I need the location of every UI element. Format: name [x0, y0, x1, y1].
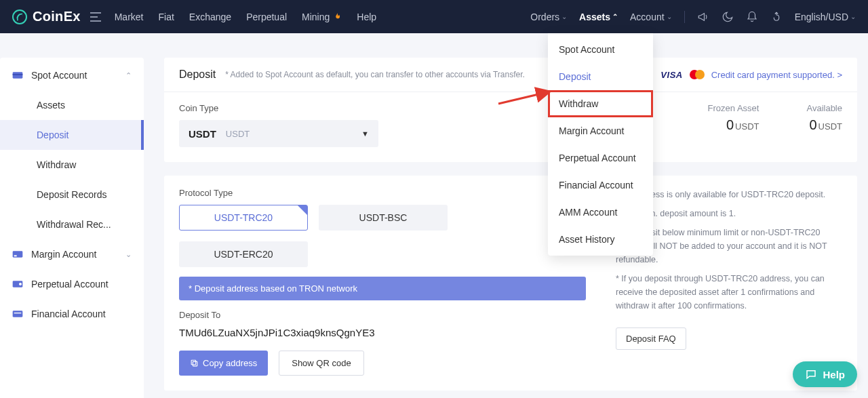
- brand-name: CoinEx: [33, 9, 81, 24]
- bell-icon[interactable]: [746, 11, 758, 23]
- nav-help[interactable]: Help: [357, 12, 376, 22]
- protocol-chip-bsc[interactable]: USDT-BSC: [319, 205, 448, 231]
- svg-rect-9: [191, 360, 196, 365]
- protocol-chip-trc20[interactable]: USDT-TRC20: [179, 205, 308, 231]
- copy-address-button[interactable]: Copy address: [179, 351, 268, 376]
- top-header: CoinEx Market Fiat Exchange Perpetual Mi…: [0, 0, 868, 33]
- svg-rect-7: [13, 311, 23, 317]
- nav-right: Orders⌄ Assets⌃ Account⌄ English/USD⌄: [530, 11, 856, 23]
- nav-assets[interactable]: Assets⌃: [579, 12, 618, 22]
- svg-rect-10: [193, 361, 197, 366]
- balance-summary: Frozen Asset 0USDT Available 0USDT: [708, 103, 842, 133]
- card-icon: [12, 71, 23, 79]
- divider: [684, 11, 685, 23]
- sidebar: Spot Account ⌃ Assets Deposit Withdraw D…: [0, 58, 144, 398]
- moon-icon[interactable]: [722, 11, 734, 23]
- assets-dropdown: Spot Account Deposit Withdraw Margin Acc…: [548, 33, 653, 256]
- info-line: * If you deposit through USDT-TRC20 addr…: [616, 272, 842, 313]
- dd-perpetual-account[interactable]: Perpetual Account: [548, 144, 653, 172]
- coin-selector[interactable]: USDT USDT ▼: [179, 120, 378, 147]
- deposit-header: Deposit * Added to Spot Account as defau…: [164, 58, 857, 92]
- sidebar-sub-withdrawal-records[interactable]: Withdrawal Rec...: [0, 210, 144, 239]
- fire-icon: [332, 12, 342, 22]
- payment-brands: VISA Credit card payment supported. >: [660, 70, 842, 80]
- chevron-down-icon: ▼: [361, 130, 369, 138]
- sidebar-margin-account[interactable]: Margin Account ⌄: [0, 239, 144, 269]
- svg-rect-2: [13, 74, 23, 75]
- protocol-row: USDT-TRC20 USDT-BSC USDT-ERC20: [179, 205, 586, 267]
- protocol-card: Protocol Type USDT-TRC20 USDT-BSC USDT-E…: [164, 176, 857, 391]
- dd-deposit[interactable]: Deposit: [548, 63, 653, 90]
- dd-financial-account[interactable]: Financial Account: [548, 172, 653, 199]
- nav-mining-label: Mining: [302, 12, 330, 22]
- chevron-down-icon: ⌄: [850, 13, 856, 20]
- menu-icon[interactable]: [90, 12, 101, 22]
- copy-icon: [190, 359, 199, 367]
- card-icon: [12, 280, 23, 288]
- sidebar-financial-account[interactable]: Financial Account: [0, 299, 144, 329]
- coin-section: Coin Type USDT USDT ▼ Frozen Asset 0USDT…: [164, 92, 857, 162]
- protocol-chip-erc20[interactable]: USDT-ERC20: [179, 241, 308, 267]
- card-icon: [12, 310, 23, 318]
- dd-asset-history[interactable]: Asset History: [548, 226, 653, 253]
- download-icon[interactable]: [770, 11, 783, 23]
- chevron-down-icon: ⌄: [667, 13, 672, 20]
- chevron-up-icon: ⌃: [612, 13, 618, 20]
- visa-logo: VISA: [660, 70, 682, 80]
- chevron-down-icon: ⌄: [125, 250, 132, 259]
- chat-icon: [805, 368, 817, 380]
- deposit-to-label: Deposit To: [179, 310, 586, 320]
- svg-rect-4: [14, 255, 17, 256]
- deposit-card: Deposit * Added to Spot Account as defau…: [164, 58, 857, 162]
- chevron-up-icon: ⌃: [125, 71, 132, 80]
- sidebar-sub-assets[interactable]: Assets: [0, 90, 144, 120]
- dd-margin-account[interactable]: Margin Account: [548, 117, 653, 144]
- deposit-address: TMUd6LZuaNX5jnJPi1C3xiaq9knsQgnYE3: [179, 327, 586, 338]
- sidebar-spot-account[interactable]: Spot Account ⌃: [0, 60, 144, 90]
- nav-market[interactable]: Market: [115, 12, 144, 22]
- brand-logo[interactable]: CoinEx: [12, 9, 81, 24]
- sidebar-sub-deposit-records[interactable]: Deposit Records: [0, 180, 144, 210]
- coin-code: USDT: [189, 128, 216, 140]
- sidebar-perpetual-account[interactable]: Perpetual Account: [0, 269, 144, 299]
- announce-icon[interactable]: [697, 11, 709, 23]
- nav-account[interactable]: Account⌄: [630, 12, 672, 22]
- logo-icon: [12, 9, 27, 24]
- nav-fiat[interactable]: Fiat: [159, 12, 174, 22]
- svg-point-6: [19, 283, 22, 285]
- dd-amm-account[interactable]: AMM Account: [548, 199, 653, 226]
- protocol-label: Protocol Type: [179, 188, 586, 198]
- sidebar-sub-deposit[interactable]: Deposit: [0, 120, 144, 150]
- network-note: * Deposit address based on TRON network: [179, 277, 586, 300]
- page-title: Deposit: [179, 68, 216, 81]
- card-icon: [12, 250, 23, 258]
- nav-exchange[interactable]: Exchange: [189, 12, 231, 22]
- sidebar-sub-withdraw[interactable]: Withdraw: [0, 150, 144, 180]
- main-content: Deposit * Added to Spot Account as defau…: [164, 58, 857, 398]
- credit-card-link[interactable]: Credit card payment supported. >: [711, 70, 842, 80]
- svg-rect-8: [14, 313, 22, 313]
- balance-frozen: Frozen Asset 0USDT: [708, 103, 760, 133]
- nav-mining[interactable]: Mining: [302, 12, 342, 22]
- dd-withdraw[interactable]: Withdraw: [548, 90, 653, 117]
- dd-spot-account[interactable]: Spot Account: [548, 36, 653, 63]
- show-qr-button[interactable]: Show QR code: [279, 351, 363, 376]
- deposit-faq-button[interactable]: Deposit FAQ: [616, 327, 686, 350]
- coin-fullname: USDT: [226, 129, 250, 139]
- chevron-down-icon: ⌄: [561, 13, 567, 20]
- mastercard-logo: [690, 70, 705, 79]
- help-widget[interactable]: Help: [793, 361, 857, 387]
- header-note: * Added to Spot Account as default, you …: [225, 70, 525, 79]
- balance-available: Available 0USDT: [806, 103, 842, 133]
- nav-perpetual[interactable]: Perpetual: [246, 12, 287, 22]
- locale-selector[interactable]: English/USD⌄: [795, 12, 856, 22]
- main-nav: Market Fiat Exchange Perpetual Mining He…: [115, 12, 376, 22]
- nav-orders[interactable]: Orders⌄: [530, 12, 567, 22]
